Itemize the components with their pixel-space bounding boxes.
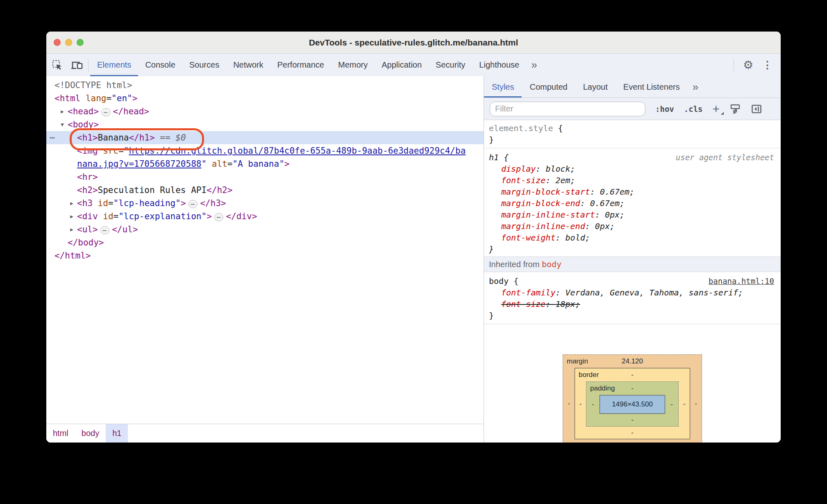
element-classes-toggle[interactable]: .cls	[684, 104, 703, 114]
css-property-value[interactable]: 0px	[605, 210, 620, 220]
dom-tree-line[interactable]: ▸<ul>…</ul>	[46, 223, 484, 236]
dom-tree-line[interactable]: <!DOCTYPE html>	[46, 79, 484, 92]
css-property-value[interactable]: 0.67em	[590, 198, 620, 208]
css-declaration[interactable]: font-size: 18px;	[489, 298, 776, 310]
css-property-value[interactable]: bold	[566, 233, 585, 243]
css-declaration[interactable]: font-size: 2em;	[489, 175, 776, 186]
border-left-value[interactable]: -	[575, 400, 586, 408]
css-property-name[interactable]: margin-inline-end	[501, 221, 585, 231]
sidebar-tab-event-listeners[interactable]: Event Listeners	[616, 76, 688, 98]
h1-user-agent-rule[interactable]: user agent stylesheeth1 { display: block…	[484, 148, 781, 257]
dom-tree-line[interactable]: <hr>	[46, 170, 484, 184]
rule-selector[interactable]: h1	[489, 152, 499, 162]
settings-gear-icon[interactable]: ⚙	[743, 59, 753, 71]
rendering-emulation-icon[interactable]	[729, 103, 741, 115]
styles-filter-input[interactable]	[490, 102, 645, 116]
tab-memory[interactable]: Memory	[331, 54, 375, 76]
expand-collapsed-icon[interactable]: ▸	[58, 105, 67, 118]
inherited-node-link[interactable]: body	[542, 259, 561, 269]
dom-tree-line[interactable]: nana.jpg?v=1705668720588" alt="A banana"…	[46, 157, 484, 170]
sidebar-tab-layout[interactable]: Layout	[575, 76, 616, 98]
css-property-value[interactable]: 0.67em	[600, 187, 629, 197]
dom-tree-line[interactable]: ⋯<h1>Banana</h1> == $0	[46, 131, 484, 144]
dom-tree-line[interactable]: <h2>Speculation Rules API</h2>	[46, 184, 484, 197]
close-window-button[interactable]	[54, 39, 61, 46]
expand-expanded-icon[interactable]: ▾	[58, 118, 67, 131]
tab-application[interactable]: Application	[375, 54, 429, 76]
css-property-name[interactable]: display	[501, 164, 536, 174]
css-property-name[interactable]: margin-block-end	[501, 198, 580, 208]
inline-ellipsis-icon[interactable]: …	[189, 200, 198, 208]
stylesheet-source-link[interactable]: banana.html:10	[709, 275, 774, 287]
css-property-name[interactable]: margin-inline-start	[501, 210, 595, 220]
css-property-value[interactable]: Verdana, Geneva, Tahoma, sans-serif	[566, 288, 738, 297]
element-style-rule[interactable]: element.style { }	[484, 120, 781, 148]
css-property-name[interactable]: font-size	[501, 175, 545, 185]
dom-tree-line[interactable]: <html lang="en">	[46, 92, 484, 105]
css-property-value[interactable]: block	[545, 164, 570, 174]
tab-performance[interactable]: Performance	[270, 54, 332, 76]
margin-right-value[interactable]: -	[690, 400, 702, 408]
margin-left-value[interactable]: -	[563, 400, 575, 408]
inline-ellipsis-icon[interactable]: …	[100, 226, 110, 234]
sidebar-tab-styles[interactable]: Styles	[484, 76, 522, 98]
expand-collapsed-icon[interactable]: ▸	[67, 223, 76, 236]
css-declaration[interactable]: margin-inline-end: 0px;	[489, 220, 776, 232]
expand-collapsed-icon[interactable]: ▸	[67, 210, 76, 223]
tab-sources[interactable]: Sources	[182, 54, 226, 76]
dom-tree-line[interactable]: </body>	[46, 236, 484, 249]
element-style-selector[interactable]: element.style	[489, 123, 553, 133]
sidebar-more-tabs-button[interactable]: »	[688, 76, 704, 98]
padding-left-value[interactable]: -	[586, 400, 600, 409]
tab-network[interactable]: Network	[226, 54, 270, 76]
tab-console[interactable]: Console	[138, 54, 182, 76]
tab-security[interactable]: Security	[429, 54, 472, 76]
dom-tree-line[interactable]: ▾<body>	[46, 118, 484, 131]
dom-tree-line[interactable]: ▸<h3 id="lcp-heading">…</h3>	[46, 197, 484, 210]
more-panels-button[interactable]: »	[526, 54, 543, 76]
dom-tree-line[interactable]: ▸<div id="lcp-explanation">…</div>	[46, 210, 484, 223]
css-declaration[interactable]: margin-block-start: 0.67em;	[489, 186, 776, 198]
padding-top-value[interactable]: -	[631, 384, 634, 393]
css-property-name[interactable]: font-weight	[501, 233, 555, 243]
breadcrumb-item-html[interactable]: html	[46, 424, 75, 443]
rule-selector[interactable]: body	[489, 276, 509, 286]
window-titlebar[interactable]: DevTools - speculative-rules.glitch.me/b…	[46, 32, 781, 54]
css-property-name[interactable]: margin-block-start	[501, 187, 590, 197]
padding-right-value[interactable]: -	[665, 400, 678, 409]
box-model-margin[interactable]: margin24.120 - border- - padding-	[563, 354, 702, 443]
inline-ellipsis-icon[interactable]: …	[101, 108, 111, 116]
css-declaration[interactable]: font-weight: bold;	[489, 232, 776, 243]
css-declaration[interactable]: display: block;	[489, 163, 776, 175]
margin-bottom-value[interactable]: -	[631, 441, 634, 443]
css-property-value[interactable]: 18px	[555, 299, 575, 309]
box-model-border[interactable]: border- - padding- - 1496×43.500 -	[575, 368, 690, 439]
css-declaration[interactable]: font-family: Verdana, Geneva, Tahoma, sa…	[489, 287, 776, 298]
pseudo-state-toggle[interactable]: :hov	[655, 104, 674, 114]
box-model-padding[interactable]: padding- - 1496×43.500 - -	[586, 381, 679, 427]
margin-top-value[interactable]: 24.120	[622, 357, 643, 366]
css-property-name[interactable]: font-size	[501, 299, 545, 309]
breadcrumb-item-h1[interactable]: h1	[106, 424, 128, 443]
kebab-menu-icon[interactable]: ⋮	[762, 60, 772, 70]
css-property-value[interactable]: 0px	[595, 221, 610, 231]
css-declaration[interactable]: margin-block-end: 0.67em;	[489, 198, 776, 209]
padding-bottom-value[interactable]: -	[631, 416, 634, 424]
expand-collapsed-icon[interactable]: ▸	[67, 197, 76, 210]
css-property-name[interactable]: font-family	[501, 288, 555, 297]
dom-tree-line[interactable]: ▸<head>…</head>	[46, 105, 484, 118]
tab-elements[interactable]: Elements	[90, 54, 138, 76]
css-property-value[interactable]: 2em	[555, 175, 570, 185]
border-bottom-value[interactable]: -	[631, 429, 634, 437]
css-declaration[interactable]: margin-inline-start: 0px;	[489, 209, 776, 220]
inspect-element-icon[interactable]	[51, 59, 64, 71]
zoom-window-button[interactable]	[77, 39, 84, 46]
sidebar-tab-computed[interactable]: Computed	[522, 76, 575, 98]
dom-tree-line[interactable]: </html>	[46, 249, 484, 262]
border-right-value[interactable]: -	[679, 400, 690, 408]
device-toolbar-icon[interactable]	[70, 59, 84, 71]
dom-tree-line[interactable]: <img src="https://cdn.glitch.global/87b4…	[46, 144, 484, 157]
body-rule[interactable]: banana.html:10body { font-family: Verdan…	[484, 272, 781, 324]
tab-lighthouse[interactable]: Lighthouse	[472, 54, 526, 76]
new-style-rule-button[interactable]: +	[713, 103, 720, 115]
